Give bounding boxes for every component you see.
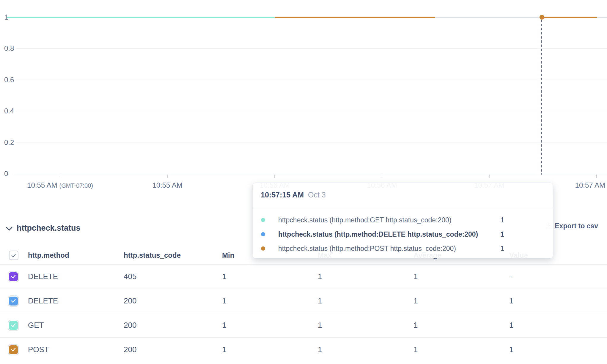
tooltip-date: Oct 3 (308, 191, 326, 199)
cell-min: 1 (215, 296, 310, 306)
cell-http-method: POST (21, 345, 117, 354)
y-axis-tick-label: 0 (4, 170, 17, 178)
cell-max: 1 (310, 272, 406, 281)
y-axis-tick-label: 0.6 (4, 76, 17, 84)
cell-value: 1 (502, 345, 607, 354)
column-header-http-method[interactable]: http.method (21, 251, 117, 259)
cell-status-code: 405 (117, 272, 215, 281)
gridline (15, 48, 607, 49)
series-color-dot (261, 246, 265, 251)
row-checkbox[interactable] (9, 345, 18, 354)
checkmark-icon (11, 323, 16, 327)
export-to-csv-label: Export to csv (555, 222, 598, 230)
x-axis-tick-label: 10:57 AM (575, 181, 605, 189)
hover-crosshair-line (541, 20, 542, 175)
gridline (15, 80, 607, 80)
metric-summary-table: http.method http.status_code Min Max Ave… (0, 246, 607, 362)
select-all-checkbox[interactable] (9, 251, 18, 260)
table-row-delete-405[interactable]: DELETE 405 1 1 1 - (0, 265, 607, 289)
row-checkbox[interactable] (9, 272, 18, 281)
gridline (15, 111, 607, 111)
cell-average: 1 (406, 272, 502, 281)
series-line-get (7, 17, 275, 18)
series-line-post (544, 17, 597, 18)
tooltip-series-label: httpcheck.status (http.method:GET http.s… (278, 213, 452, 227)
cell-status-code: 200 (117, 345, 215, 354)
chart-hover-tooltip: 10:57:15 AM Oct 3 httpcheck.status (http… (252, 183, 553, 258)
tooltip-series-value: 1 (480, 227, 504, 241)
x-axis-tick (489, 175, 490, 178)
cell-average: 1 (406, 321, 502, 330)
checkmark-icon (11, 348, 16, 352)
table-row-get-200[interactable]: GET 200 1 1 1 1 (0, 313, 607, 338)
timeseries-chart[interactable]: 1 0.8 0.6 0.4 0.2 0 10:55 AM(GMT-07:00) … (0, 0, 607, 190)
hover-point-marker (540, 15, 544, 20)
cell-value: - (502, 272, 607, 281)
y-axis-tick-label: 0.2 (4, 139, 17, 146)
tooltip-series-row-post: httpcheck.status (http.method:POST http.… (253, 241, 553, 256)
cell-max: 1 (310, 296, 406, 306)
tooltip-timestamp: 10:57:15 AM (261, 191, 304, 199)
metric-section-title: httpcheck.status (17, 220, 81, 236)
cell-value: 1 (502, 296, 607, 306)
timezone-label: (GMT-07:00) (59, 182, 93, 189)
chevron-down-icon (6, 226, 12, 231)
x-axis-line (13, 174, 607, 174)
cell-max: 1 (310, 345, 406, 354)
y-axis-tick-label: 0.4 (4, 107, 17, 115)
tooltip-series-row-delete: httpcheck.status (http.method:DELETE htt… (253, 227, 553, 241)
checkmark-icon (11, 275, 16, 278)
series-line-muted (597, 17, 607, 18)
y-axis-tick-label: 0.8 (4, 45, 17, 52)
series-color-dot (261, 232, 265, 236)
x-axis-time: 10:55 AM (27, 181, 57, 189)
x-axis-tick-label: 10:55 AM (152, 181, 182, 189)
cell-min: 1 (215, 345, 310, 354)
x-axis-tick (274, 175, 275, 178)
cell-average: 1 (406, 296, 502, 306)
metric-section-toggle[interactable]: httpcheck.status (6, 220, 81, 236)
tooltip-header: 10:57:15 AM Oct 3 (253, 183, 553, 207)
cell-min: 1 (215, 321, 310, 330)
cell-http-method: DELETE (21, 296, 117, 306)
series-line-muted (435, 17, 540, 18)
cell-status-code: 200 (117, 321, 215, 330)
x-axis-tick (167, 175, 168, 178)
column-header-http-status-code[interactable]: http.status_code (117, 251, 215, 259)
tooltip-series-row-get: httpcheck.status (http.method:GET http.s… (253, 213, 553, 227)
cell-value: 1 (502, 321, 607, 330)
table-row-delete-200[interactable]: DELETE 200 1 1 1 1 (0, 289, 607, 313)
checkmark-icon (11, 299, 16, 303)
series-line-post (275, 17, 435, 18)
cell-http-method: DELETE (21, 272, 117, 281)
tooltip-series-label: httpcheck.status (http.method:DELETE htt… (278, 227, 478, 241)
x-axis-tick (596, 175, 597, 178)
gridline (15, 143, 607, 143)
cell-max: 1 (310, 321, 406, 330)
cell-min: 1 (215, 272, 310, 281)
tooltip-series-label: httpcheck.status (http.method:POST http.… (278, 241, 456, 256)
x-axis-tick-label: 10:55 AM(GMT-07:00) (27, 181, 93, 189)
cell-http-method: GET (21, 321, 117, 330)
x-axis-tick (60, 175, 60, 178)
row-checkbox[interactable] (9, 297, 18, 306)
cell-status-code: 200 (117, 296, 215, 306)
tooltip-series-value: 1 (480, 241, 504, 256)
metrics-explorer-screen: 1 0.8 0.6 0.4 0.2 0 10:55 AM(GMT-07:00) … (0, 0, 607, 364)
table-row-post-200[interactable]: POST 200 1 1 1 1 (0, 338, 607, 362)
cell-average: 1 (406, 345, 502, 354)
tooltip-series-value: 1 (480, 213, 504, 227)
series-color-dot (261, 218, 265, 222)
x-axis-tick (382, 175, 382, 178)
row-checkbox[interactable] (9, 321, 18, 330)
